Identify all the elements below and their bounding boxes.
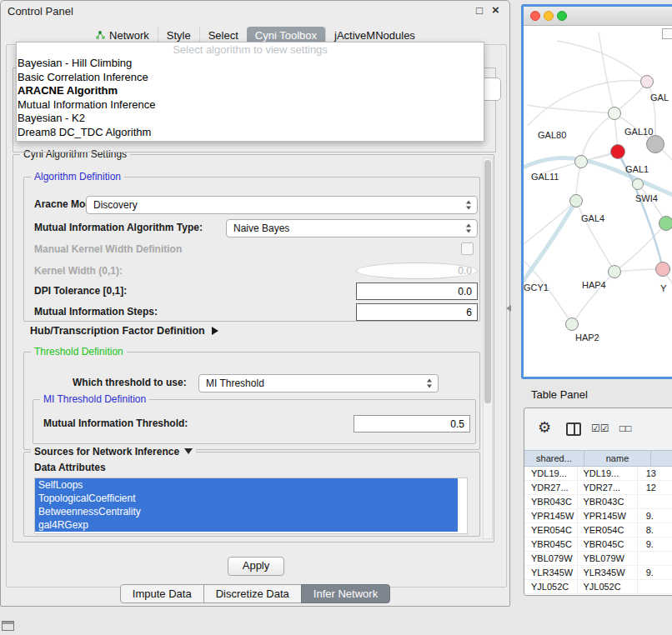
close-traffic-light[interactable] [530,11,540,21]
network-node[interactable] [608,107,621,120]
network-canvas[interactable]: GALGAL80GAL10GAL11GAL1SWI4GAL4GCY1HAP4YH… [524,26,672,377]
sources-title-label: Sources for Network Inference [34,446,179,458]
network-node[interactable] [632,178,644,190]
selected-value: MI Threshold [206,378,264,389]
minimize-traffic-light[interactable] [544,11,554,21]
network-node[interactable] [610,144,625,159]
table-row[interactable]: YLR345WYLR345W9. [524,566,672,580]
tab-infer-network[interactable]: Infer Network [301,584,390,603]
mi-threshold-input[interactable] [354,415,470,432]
table-cell: YDL19... [578,467,637,480]
zoom-traffic-light[interactable] [557,11,567,21]
table-cell: YDL19... [524,467,578,480]
group-title: MI Threshold Definition [40,393,149,406]
threshold-definition-group: Threshold Definition Which threshold to … [23,352,480,450]
network-node[interactable] [565,318,579,331]
updown-arrows-icon [427,379,433,388]
network-node[interactable] [608,265,621,278]
algorithm-option[interactable]: Basic Correlation Inference [17,71,484,85]
algorithm-definition-group: Algorithm Definition Aracne Mode: Discov… [23,177,480,322]
algorithm-option[interactable]: Bayesian - Hill Climbing [17,57,484,71]
table-row[interactable]: YBR043CYBR043C [524,495,672,509]
algorithm-option[interactable]: Dream8 DC_TDC Algorithm [17,126,484,140]
network-tab-icon [95,30,105,40]
algorithm-option[interactable]: Mutual Information Inference [17,98,484,112]
network-node[interactable] [640,75,654,88]
network-node[interactable] [655,262,670,277]
tab-label: Cyni Toolbox [255,29,317,42]
attribute-list-item[interactable]: gal4RGexp [35,518,458,532]
table-row[interactable]: YBR045CYBR045C9. [524,538,672,552]
table-cell: YBR045C [578,538,637,551]
table-cell [638,495,672,508]
attribute-list-item[interactable]: BetweennessCentrality [35,505,458,518]
float-window-icon[interactable]: □ [476,4,483,17]
table-row[interactable]: YPR145WYPR145W9. [524,509,672,523]
network-node[interactable] [574,155,588,168]
dpi-tolerance-input[interactable] [356,282,478,300]
dropdown-placeholder: Select algorithm to view settings [17,42,484,57]
table-cell: YBR043C [578,495,637,508]
manual-kernel-width-label: Manual Kernel Width Definition [34,243,182,255]
aracne-mode-select[interactable]: Discovery [86,196,478,214]
collapsed-arrow-icon [212,327,218,335]
bottom-tabbar: Impute Data Discretize Data Infer Networ… [1,584,509,603]
select-all-columns-icon[interactable]: ☑☑ [591,422,609,434]
which-threshold-label: Which threshold to use: [73,377,187,388]
algorithm-option[interactable]: Bayesian - K2 [17,112,484,126]
desktop: Control Panel □ × Network Style Select C… [0,0,672,635]
minimized-panel-icon[interactable] [2,621,14,631]
close-window-icon[interactable]: × [492,2,499,17]
apply-button[interactable]: Apply [228,557,284,576]
node-label: SWI4 [635,193,658,203]
node-label: GAL11 [531,172,559,182]
mi-steps-input[interactable] [356,303,478,321]
hub-definition-toggle[interactable]: Hub/Transcription Factor Definition [30,325,218,337]
node-label: HAP4 [582,280,606,290]
table-cell: 9. [638,509,672,522]
sources-group-title[interactable]: Sources for Network Inference [31,446,196,458]
table-row[interactable]: YDR27...YDR27...12 [524,481,672,495]
network-node[interactable] [646,135,664,153]
manual-kernel-width-checkbox[interactable] [461,242,474,255]
network-node[interactable] [659,216,672,231]
node-label: HAP2 [575,332,599,342]
table-cell: 8. [638,523,672,537]
tab-impute-data[interactable]: Impute Data [120,584,204,603]
kernel-width-input[interactable] [356,262,478,279]
table-row[interactable]: YDL19...YDL19...13 [524,467,672,481]
algorithm-option[interactable]: ARACNE Algorithm [17,84,484,98]
canvas-scroll-corner[interactable] [662,28,672,39]
tab-discretize-data[interactable]: Discretize Data [203,584,302,603]
data-attributes-label: Data Attributes [34,462,106,473]
algorithm-dropdown-list: Bayesian - Hill ClimbingBasic Correlatio… [17,57,484,139]
table-settings-gear-icon[interactable]: ⚙ [538,418,551,437]
which-threshold-select[interactable]: MI Threshold [198,374,439,392]
show-columns-icon[interactable] [566,422,581,436]
deselect-all-columns-icon[interactable]: □□ [619,422,632,434]
table-body: YDL19...YDL19...13YDR27...YDR27...12YBR0… [524,467,672,595]
attribute-list-item[interactable]: TopologicalCoefficient [35,492,458,505]
table-cell: YBR045C [524,538,578,551]
hub-definition-label: Hub/Transcription Factor Definition [30,325,205,337]
sources-group: Sources for Network Inference Data Attri… [23,452,480,537]
attribute-list-item[interactable]: SelfLoops [35,478,458,492]
mi-algorithm-type-select[interactable]: Naive Bayes [226,219,478,238]
network-node[interactable] [569,194,583,208]
mi-algorithm-type-label: Mutual Information Algorithm Type: [34,222,203,233]
node-label: GAL [650,92,669,102]
scrollbar-thumb[interactable] [484,160,491,403]
tab-label: Network [109,29,149,42]
network-window: GALGAL80GAL10GAL11GAL1SWI4GAL4GCY1HAP4YH… [521,4,672,379]
table-panel-window: ⚙ ☑☑ □□ shared...name YDL19...YDL19...13… [524,408,672,596]
table-row[interactable]: YBL079WYBL079W [524,552,672,566]
table-cell [638,580,672,593]
node-label: GAL1 [625,164,649,174]
panel-splitter-collapse-handle[interactable] [506,305,511,312]
column-header[interactable]: shared... [524,450,584,467]
column-header[interactable]: name [584,450,651,467]
table-row[interactable]: YER054CYER054C8. [524,523,672,538]
column-header[interactable] [651,450,672,467]
node-label: GAL4 [581,213,604,223]
table-row[interactable]: YJL052CYJL052C [524,580,672,594]
